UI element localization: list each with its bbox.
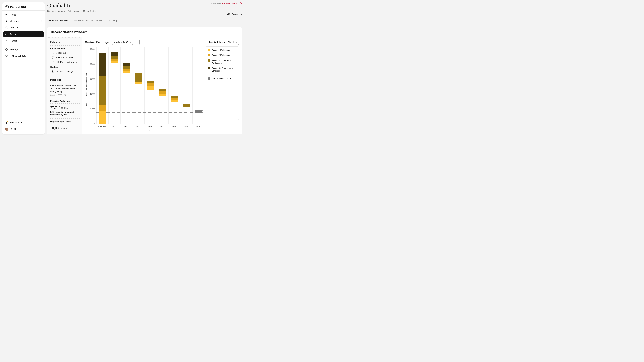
option-meets-sbti[interactable]: Meets SBTi Target [50, 55, 79, 60]
nav-label: Settings [10, 48, 18, 51]
legend-label: Opportunity to Offset [212, 77, 231, 80]
option-roi[interactable]: ROI Positive & Neutral [50, 60, 79, 64]
legend-item-scope2[interactable]: Scope 2 Emissions [208, 54, 236, 57]
bar-segment-s1 [135, 82, 142, 84]
divider [141, 43, 205, 43]
nav-home[interactable]: Home [2, 11, 44, 18]
main: Quadial Inc. Powered by BAIN & COMPANY B… [47, 2, 242, 134]
chevron-right-icon [41, 33, 42, 35]
nav-label: Reduce [10, 33, 18, 35]
chevron-right-icon [41, 26, 42, 28]
plot-bars [96, 47, 204, 124]
legend-item-scope3-downstream[interactable]: Scope 3 - Downstream Emissions [208, 67, 236, 72]
pathway-select[interactable]: Custom-2030 [112, 39, 133, 45]
nav-label: Help & Support [10, 54, 26, 57]
expected-reduction-sub: 84% reduction of current emissions by 20… [50, 111, 79, 116]
nav-label: Profile [10, 128, 17, 131]
divider [50, 103, 80, 104]
card-title: Decarbonization Pathways [47, 27, 242, 37]
nav-settings[interactable]: Settings [2, 46, 44, 53]
scopes-dropdown[interactable]: All Scopes [226, 13, 242, 15]
scopes-label: All Scopes [226, 13, 240, 15]
notification-dot-icon [7, 121, 8, 122]
divider [50, 45, 80, 45]
tab-settings[interactable]: Settings [107, 18, 118, 24]
radio-icon [52, 52, 54, 54]
legend-item-offset[interactable]: Opportunity to Offset [208, 77, 236, 80]
tab-scenario-details[interactable]: Scenario Details [47, 18, 69, 24]
powered-by: Powered by BAIN & COMPANY [212, 2, 242, 4]
nav-notifications[interactable]: Notifications [2, 119, 44, 126]
brand-name: PERSEFONI [10, 5, 26, 8]
nav-reduce[interactable]: Reduce [3, 31, 44, 37]
avatar [5, 128, 8, 131]
svg-point-8 [6, 56, 6, 56]
swatch-icon [208, 54, 210, 56]
bar-segment-oto [194, 110, 202, 113]
chart-type-value: Applied Levers Chart [209, 41, 234, 43]
option-meets-target[interactable]: Meets Target [50, 51, 79, 55]
legend-item-scope3-upstream[interactable]: Scope 3 - Upstream Emissions [208, 59, 236, 65]
expected-reduction-value: 77,710 [50, 105, 60, 110]
brand-logo-icon [5, 5, 9, 8]
chart-area: Custom Pathways: Custom-2030 Applied Lev… [82, 37, 242, 134]
option-label: Meets Target [56, 52, 68, 54]
reduce-icon [5, 33, 8, 35]
page-title: Quadial Inc. [47, 2, 76, 9]
radio-icon [52, 61, 54, 63]
crumb-item[interactable]: United States [83, 10, 96, 12]
divider [50, 124, 80, 124]
header: Quadial Inc. Powered by BAIN & COMPANY [47, 2, 242, 9]
bar-segment-s1 [170, 100, 178, 102]
bar-segment-s3u [135, 73, 142, 82]
crumb-item[interactable]: Business Scenario [47, 10, 66, 12]
bar-segment-s3u [146, 81, 154, 83]
help-icon [5, 54, 8, 57]
legend-label: Scope 1 Emissions [212, 49, 230, 52]
svg-point-4 [6, 27, 7, 28]
option-custom-pathways[interactable]: Custom Pathways [50, 69, 79, 74]
radio-icon [52, 70, 54, 73]
pathways-heading: Pathways [50, 41, 79, 44]
powered-by-brand: BAIN & COMPANY [222, 2, 239, 4]
pathways-panel: Pathways Recommended Meets Target Meets … [47, 37, 82, 134]
nav-analyze[interactable]: Analyze [2, 24, 44, 31]
bar-segment-s3d [99, 53, 106, 76]
bar-segment-s1 [123, 71, 130, 73]
divider [50, 77, 80, 77]
bar-segment-s2 [111, 59, 118, 61]
bar-segment-s3u [170, 96, 178, 98]
nav-measure[interactable]: Measure [2, 18, 44, 24]
bar-segment-s2 [146, 83, 154, 86]
nav-report[interactable]: Report [2, 38, 44, 44]
y-axis-ticks: 100,00080,00060,00040,00020,0000 [88, 45, 96, 134]
bar-segment-s1 [111, 61, 118, 63]
chart-type-select[interactable]: Applied Levers Chart [206, 39, 239, 45]
breadcrumb: Business Scenario Auto Supplier United S… [47, 10, 242, 12]
legend-item-scope1[interactable]: Scope 1 Emissions [208, 49, 236, 52]
option-label: Meets SBTi Target [56, 56, 74, 59]
tab-decarbonization-levers[interactable]: Decarbonization Levers [73, 18, 103, 24]
legend-divider [208, 75, 237, 75]
svg-line-5 [7, 28, 8, 28]
chevron-right-icon [41, 20, 42, 22]
x-axis-title: Year [96, 130, 204, 132]
more-actions-button[interactable] [134, 40, 140, 45]
nav-profile[interactable]: Profile [2, 126, 44, 133]
crumb-item[interactable]: Auto Supplier [68, 10, 81, 12]
divider [50, 118, 80, 119]
swatch-icon [208, 49, 210, 51]
chevron-down-icon [130, 41, 131, 43]
legend: Scope 1 Emissions Scope 2 Emissions Scop… [206, 46, 239, 120]
bar-segment-s2 [99, 105, 106, 111]
bar-segment-s1 [159, 93, 166, 96]
nav-help[interactable]: Help & Support [2, 53, 44, 59]
y-axis-title: Total Carbon Emissions Pathway (MtCO₂e) [85, 72, 88, 107]
expected-reduction-heading: Expected Reduction [50, 100, 79, 102]
kebab-icon [137, 41, 137, 43]
pathway-select-value: Custom-2030 [114, 41, 128, 43]
swatch-icon [208, 59, 210, 61]
svg-point-6 [6, 49, 7, 50]
expected-reduction-unit: MtCO₂e [61, 107, 68, 109]
option-label: ROI Positive & Neutral [56, 61, 78, 63]
